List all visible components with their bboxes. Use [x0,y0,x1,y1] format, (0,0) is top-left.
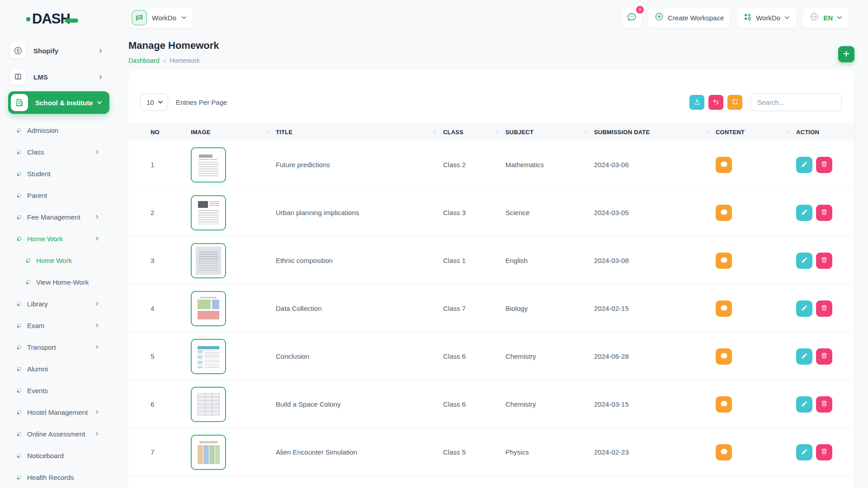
breadcrumb-dashboard-link[interactable]: Dashboard [128,57,160,64]
sidebar-item-label: Online Assessment [27,430,85,438]
sort-icon[interactable]: ↑↓ [433,129,436,135]
language-selector[interactable]: EN [802,8,849,28]
delete-button[interactable] [816,348,832,365]
sort-icon[interactable]: ↑↓ [265,129,269,135]
content-chat-button[interactable] [716,300,732,317]
reset-button[interactable] [708,95,723,110]
column-header-subject[interactable]: SUBJECT↑↓ [505,129,594,136]
sidebar-item-home-work[interactable]: Home Work [8,228,109,249]
logo-dash-icon [65,19,78,23]
sidebar-item-health-records[interactable]: Health Records [8,466,109,488]
refresh-button[interactable] [727,95,742,110]
school-building-icon [11,94,28,111]
edit-button[interactable] [796,396,812,413]
pencil-icon [801,305,808,313]
sidebar-item-label: View Home-Work [36,278,89,286]
homework-title: Data Collection [276,305,443,312]
edit-button[interactable] [796,253,812,269]
sidebar-group-shopify[interactable]: Shopify [8,39,109,62]
table-row: 7Alien Encounter SimulationClass 5Physic… [128,428,854,476]
homework-image-thumbnail[interactable] [191,195,226,230]
trash-icon [821,304,828,313]
content-chat-button[interactable] [716,157,732,173]
sidebar-item-student[interactable]: Student [8,163,109,184]
plus-icon [843,50,850,59]
homework-image-thumbnail[interactable] [191,243,226,278]
edit-button[interactable] [796,300,812,317]
sidebar-item-events[interactable]: Events [8,380,109,401]
delete-button[interactable] [816,205,832,221]
delete-button[interactable] [816,300,832,317]
edit-button[interactable] [796,205,812,221]
sort-icon[interactable]: ↑↓ [705,129,708,135]
download-icon [693,98,701,107]
homework-subject: Chemistry [505,352,594,360]
column-header-submission-date[interactable]: SUBMISSION DATE↑↓ [594,129,716,136]
sidebar-item-alumni[interactable]: Alumni [8,358,109,380]
document-preview [196,151,221,179]
sidebar-group-school-institute[interactable]: School & Institute [8,91,109,114]
search-input[interactable] [750,93,842,111]
sidebar-item-fee-management[interactable]: Fee Management [8,206,109,228]
sort-icon[interactable]: ↑↓ [584,129,587,135]
homework-image-thumbnail[interactable] [191,339,226,374]
delete-button[interactable] [816,157,832,173]
homework-class: Class 2 [443,161,505,169]
entries-per-page-select[interactable]: 10 [140,94,168,111]
sidebar-item-exam[interactable]: Exam [8,314,109,336]
content-chat-button[interactable] [716,396,732,413]
delete-button[interactable] [816,444,832,460]
edit-button[interactable] [796,444,812,460]
trash-icon [821,400,828,408]
delete-button[interactable] [816,253,832,269]
workspace-switcher[interactable]: WorkDo [129,8,193,28]
language-code: EN [823,14,833,22]
sort-icon[interactable]: ↑↓ [495,129,498,135]
homework-subject: Chemistry [505,400,594,408]
sidebar-item-label: Alumni [27,365,48,373]
column-header-title[interactable]: TITLE↑↓ [276,129,443,136]
homework-image-thumbnail[interactable] [191,387,226,422]
homework-image-thumbnail[interactable] [191,435,226,470]
sidebar-group-label: Shopify [33,47,58,55]
sidebar-item-noticeboard[interactable]: Noticeboard [8,445,109,466]
sort-icon[interactable]: ↑↓ [786,129,789,135]
sidebar-item-view-home-work-sub[interactable]: View Home-Work [8,271,109,293]
homework-image-thumbnail[interactable] [191,291,226,326]
breadcrumb: Dashboard › Homework [128,57,219,64]
chevron-right-icon [95,301,99,306]
table-controls: 10 Entries Per Page [128,70,854,123]
content-chat-button[interactable] [716,205,732,221]
edit-button[interactable] [796,157,812,173]
chevron-down-icon [97,100,102,105]
sidebar-item-online-assessment[interactable]: Online Assessment [8,423,109,445]
workspace-menu[interactable]: WorkDo [736,8,797,28]
create-workspace-button[interactable]: Create Workspace [648,8,731,28]
column-header-image[interactable]: IMAGE↑↓ [191,129,276,136]
sidebar-item-hostel-management[interactable]: Hostel Management [8,401,109,423]
column-header-class[interactable]: CLASS↑↓ [443,129,505,136]
content-chat-button[interactable] [716,253,732,269]
add-homework-button[interactable] [838,46,854,62]
app-logo[interactable]: DASH [26,11,109,27]
edit-button[interactable] [796,348,812,365]
homework-image-thumbnail[interactable] [191,147,226,183]
chat-bubble-icon [720,352,728,361]
messages-button[interactable]: 0 [622,8,642,28]
document-preview [196,295,221,323]
row-number: 7 [151,448,191,456]
content-chat-button[interactable] [716,348,732,365]
sidebar-item-library[interactable]: Library [8,293,109,314]
sidebar-item-transport[interactable]: Transport [8,336,109,358]
sidebar-item-class[interactable]: Class [8,141,109,163]
sidebar-item-label: Fee Management [27,213,80,221]
delete-button[interactable] [816,396,832,413]
sidebar-group-lms[interactable]: LMS [8,65,109,89]
export-download-button[interactable] [689,95,704,110]
pencil-icon [801,400,808,408]
sidebar-item-home-work-sub[interactable]: Home Work [8,249,109,271]
sidebar-item-admission[interactable]: Admission [8,119,109,141]
content-chat-button[interactable] [716,444,732,460]
sidebar-item-parent[interactable]: Parent [8,184,109,206]
column-header-content[interactable]: CONTENT↑↓ [716,129,796,136]
